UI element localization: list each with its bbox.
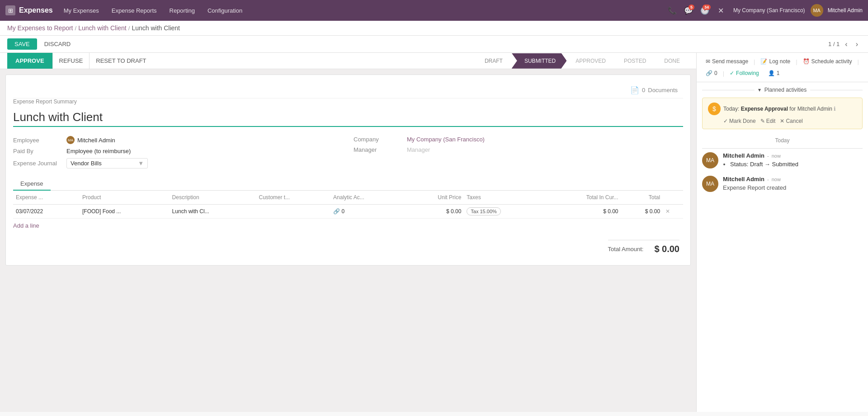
manager-placeholder[interactable]: Manager [407,146,430,153]
expense-journal-field-row: Expense Journal Vendor Bills ▼ [13,156,343,170]
following-button[interactable]: ✓ Following [726,68,763,78]
tab-expense[interactable]: Expense [13,178,51,191]
reset-to-draft-button[interactable]: RESET TO DRAFT [89,53,152,69]
company-name: My Company (San Francisco) [730,7,809,14]
status-steps: DRAFT SUBMITTED APPROVED POSTED DONE [476,53,689,69]
company-label: Company [354,136,403,143]
message-avatar-1: MA [702,152,718,168]
cell-analytic: 🔗 0 [330,205,405,219]
pagination-prev[interactable]: ‹ [842,39,850,49]
expense-table: Expense ... Product Description Customer… [13,191,683,219]
nav-configuration[interactable]: Configuration [202,5,248,16]
col-taxes: Taxes [464,191,544,205]
username: Mitchell Admin [828,7,863,14]
person-icon: 👤 [768,70,775,76]
followers-count-button[interactable]: 👤 1 [764,68,783,78]
message-avatar-2: MA [702,176,718,192]
col-total-cur: Total In Cur... [545,191,621,205]
mark-done-button[interactable]: ✓ Mark Done [723,118,756,124]
grid-icon[interactable]: ⊞ [5,5,15,15]
activity-header: $ Today: Expense Approval for Mitchell A… [708,103,857,115]
cancel-activity-button[interactable]: ✕ Cancel [780,118,802,124]
log-note-button[interactable]: 📝 Log note [757,56,794,66]
tax-badge: Tax 15.00% [467,207,500,215]
save-button[interactable]: SAVE [7,38,37,50]
documents-label: Documents [648,87,678,93]
user-avatar[interactable]: MA [811,4,823,17]
total-area: Total Amount: $ 0.00 [13,233,683,258]
edit-activity-button[interactable]: ✎ Edit [760,118,776,124]
status-bar: APPROVE REFUSE RESET TO DRAFT DRAFT SUBM… [0,53,696,69]
pagination: 1 / 1 ‹ › [828,39,861,49]
message-body-2: Expense Report created [723,184,863,191]
activity-title: Today: Expense Approval for Mitchell Adm… [723,106,836,112]
step-posted[interactable]: POSTED [615,53,655,69]
schedule-activity-button[interactable]: ⏰ Schedule activity [799,56,856,66]
table-header-row: Expense ... Product Description Customer… [13,191,683,205]
nav-expense-reports[interactable]: Expense Reports [106,5,162,16]
paid-by-value: Employee (to reimburse) [66,148,131,154]
approve-button[interactable]: APPROVE [7,53,52,69]
message-item-2: MA Mitchell Admin - now Expense Report c… [702,176,863,192]
message-header-1: Mitchell Admin - now [723,152,863,159]
attachments-button[interactable]: 🔗 0 [702,68,721,78]
planned-activities-header: ▾ Planned activities [702,82,863,98]
pagination-next[interactable]: › [853,39,861,49]
expense-title-input[interactable] [13,108,683,127]
cancel-icon: ✕ [780,118,784,124]
chat-icon[interactable]: 💬 5 [682,4,695,17]
company-value: My Company (San Francisco) [407,136,485,143]
col-expense-date: Expense ... [13,191,80,205]
phone-icon[interactable]: 📞 [665,4,679,17]
cell-description: Lunch with Cl... [170,205,256,219]
total-amount-label: Total Amount: [608,246,644,252]
send-message-icon: ✉ [706,58,710,65]
cell-unit-price: $ 0.00 [405,205,464,219]
send-message-button[interactable]: ✉ Send message [702,56,752,66]
employee-label: Employee [13,137,63,144]
manager-field-row: Manager Manager [354,145,683,155]
main-layout: APPROVE REFUSE RESET TO DRAFT DRAFT SUBM… [0,53,868,412]
paperclip-icon: 🔗 [706,70,712,76]
manager-label: Manager [354,146,403,153]
top-navigation: ⊞ Expenses My Expenses Expense Reports R… [0,0,868,21]
checkmark-icon: ✓ [730,70,734,76]
paid-by-field-row: Paid By Employee (to reimburse) [13,146,343,156]
step-submitted[interactable]: SUBMITTED [512,53,566,69]
clock-icon[interactable]: 🕐 34 [698,4,712,17]
expense-journal-select[interactable]: Vendor Bills ▼ [66,158,148,168]
chat-badge: 5 [689,5,694,10]
company-field-row: Company My Company (San Francisco) [354,134,683,145]
col-analytic: Analytic Ac... [330,191,405,205]
nav-my-expenses[interactable]: My Expenses [58,5,104,16]
table-row[interactable]: 03/07/2022 [FOOD] Food ... Lunch with Cl… [13,205,683,219]
breadcrumb-lunch-client[interactable]: Lunch with Client [78,24,127,32]
message-content-1: Mitchell Admin - now Status: Draft → Sub… [723,152,863,168]
clock-icon: ⏰ [803,58,810,65]
cell-product: [FOOD] Food ... [80,205,170,219]
form-fields: Employee MA Mitchell Admin Paid By Emplo… [13,134,683,170]
close-icon[interactable]: ✕ [714,4,728,17]
col-actions [663,191,683,205]
add-line-button[interactable]: Add a line [13,219,39,233]
message-body-1: Status: Draft → Submitted [723,161,863,168]
breadcrumb-my-expenses[interactable]: My Expenses to Report [7,24,73,32]
discard-button[interactable]: DISCARD [41,38,75,50]
app-logo[interactable]: ⊞ Expenses [5,5,53,15]
info-icon[interactable]: ℹ [834,106,836,112]
clock-badge: 34 [703,5,711,10]
cell-total: $ 0.00 [621,205,663,219]
refuse-button[interactable]: REFUSE [52,53,90,69]
message-time-1: - [767,153,769,159]
cell-total-cur: $ 0.00 [545,205,621,219]
col-description: Description [170,191,256,205]
cell-delete[interactable]: ✕ [663,205,683,219]
step-approved[interactable]: APPROVED [566,53,615,69]
chatter: ✉ Send message | 📝 Log note | ⏰ Schedule… [696,53,868,412]
message-header-2: Mitchell Admin - now [723,176,863,182]
nav-reporting[interactable]: Reporting [164,5,200,16]
topnav-icons: 📞 💬 5 🕐 34 ✕ [665,4,728,17]
step-draft[interactable]: DRAFT [476,53,512,69]
cell-taxes: Tax 15.00% [464,205,544,219]
toolbar: SAVE DISCARD 1 / 1 ‹ › [0,36,868,53]
